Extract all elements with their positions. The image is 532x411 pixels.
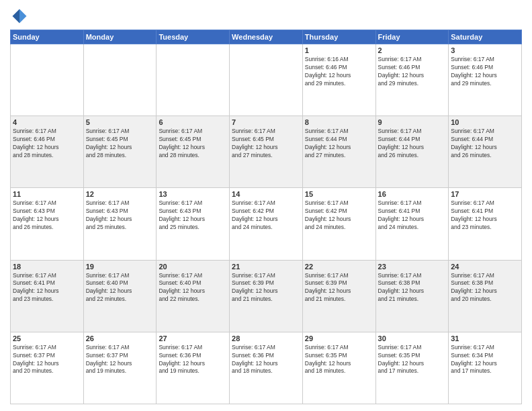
calendar-cell: 21Sunrise: 6:17 AM Sunset: 6:39 PM Dayli… bbox=[230, 260, 303, 332]
day-info: Sunrise: 6:17 AM Sunset: 6:43 PM Dayligh… bbox=[159, 199, 227, 232]
calendar-cell: 22Sunrise: 6:17 AM Sunset: 6:39 PM Dayli… bbox=[302, 260, 375, 332]
day-info: Sunrise: 6:17 AM Sunset: 6:39 PM Dayligh… bbox=[305, 272, 373, 304]
day-number: 15 bbox=[305, 190, 373, 198]
logo-icon bbox=[10, 7, 29, 26]
calendar-body: 1Sunrise: 6:16 AM Sunset: 6:46 PM Daylig… bbox=[11, 44, 522, 404]
day-info: Sunrise: 6:17 AM Sunset: 6:41 PM Dayligh… bbox=[451, 199, 519, 232]
calendar-header: SundayMondayTuesdayWednesdayThursdayFrid… bbox=[11, 30, 522, 44]
day-number: 22 bbox=[305, 263, 373, 271]
calendar-cell: 2Sunrise: 6:17 AM Sunset: 6:46 PM Daylig… bbox=[375, 44, 449, 116]
day-info: Sunrise: 6:17 AM Sunset: 6:44 PM Dayligh… bbox=[305, 128, 373, 160]
day-number: 7 bbox=[232, 118, 300, 126]
day-number: 11 bbox=[13, 190, 81, 198]
day-info: Sunrise: 6:17 AM Sunset: 6:40 PM Dayligh… bbox=[86, 272, 154, 304]
calendar-cell: 12Sunrise: 6:17 AM Sunset: 6:43 PM Dayli… bbox=[83, 188, 157, 260]
day-number: 5 bbox=[86, 118, 154, 126]
day-info: Sunrise: 6:17 AM Sunset: 6:41 PM Dayligh… bbox=[13, 272, 81, 304]
day-info: Sunrise: 6:17 AM Sunset: 6:40 PM Dayligh… bbox=[159, 272, 227, 304]
day-number: 12 bbox=[86, 190, 154, 198]
day-number: 4 bbox=[13, 118, 81, 126]
week-row-3: 18Sunrise: 6:17 AM Sunset: 6:41 PM Dayli… bbox=[11, 260, 522, 332]
day-info: Sunrise: 6:17 AM Sunset: 6:38 PM Dayligh… bbox=[378, 272, 447, 304]
day-info: Sunrise: 6:16 AM Sunset: 6:46 PM Dayligh… bbox=[305, 56, 373, 88]
day-info: Sunrise: 6:17 AM Sunset: 6:39 PM Dayligh… bbox=[232, 272, 300, 304]
day-number: 30 bbox=[378, 334, 447, 342]
calendar-cell: 19Sunrise: 6:17 AM Sunset: 6:40 PM Dayli… bbox=[83, 260, 157, 332]
calendar-cell: 26Sunrise: 6:17 AM Sunset: 6:37 PM Dayli… bbox=[83, 332, 157, 404]
svg-marker-1 bbox=[13, 9, 20, 24]
day-number: 25 bbox=[13, 334, 81, 342]
week-row-1: 4Sunrise: 6:17 AM Sunset: 6:46 PM Daylig… bbox=[11, 116, 522, 188]
day-number: 18 bbox=[13, 263, 81, 271]
calendar-cell: 30Sunrise: 6:17 AM Sunset: 6:35 PM Dayli… bbox=[375, 332, 449, 404]
day-number: 9 bbox=[378, 118, 447, 126]
calendar-cell: 5Sunrise: 6:17 AM Sunset: 6:45 PM Daylig… bbox=[83, 116, 157, 188]
day-info: Sunrise: 6:17 AM Sunset: 6:46 PM Dayligh… bbox=[13, 128, 81, 160]
calendar-cell: 14Sunrise: 6:17 AM Sunset: 6:42 PM Dayli… bbox=[230, 188, 303, 260]
day-info: Sunrise: 6:17 AM Sunset: 6:42 PM Dayligh… bbox=[305, 199, 373, 232]
day-info: Sunrise: 6:17 AM Sunset: 6:44 PM Dayligh… bbox=[378, 128, 447, 160]
header-tuesday: Tuesday bbox=[157, 30, 230, 44]
calendar-cell: 10Sunrise: 6:17 AM Sunset: 6:44 PM Dayli… bbox=[449, 116, 522, 188]
calendar-cell: 6Sunrise: 6:17 AM Sunset: 6:45 PM Daylig… bbox=[157, 116, 230, 188]
page: SundayMondayTuesdayWednesdayThursdayFrid… bbox=[0, 0, 532, 411]
calendar-cell bbox=[157, 44, 230, 116]
calendar-cell: 27Sunrise: 6:17 AM Sunset: 6:36 PM Dayli… bbox=[157, 332, 230, 404]
header-wednesday: Wednesday bbox=[230, 30, 303, 44]
day-number: 6 bbox=[159, 118, 227, 126]
day-info: Sunrise: 6:17 AM Sunset: 6:44 PM Dayligh… bbox=[451, 128, 519, 160]
day-info: Sunrise: 6:17 AM Sunset: 6:43 PM Dayligh… bbox=[86, 199, 154, 232]
day-number: 23 bbox=[378, 263, 447, 271]
header bbox=[10, 7, 522, 26]
calendar-cell: 31Sunrise: 6:17 AM Sunset: 6:34 PM Dayli… bbox=[449, 332, 522, 404]
day-info: Sunrise: 6:17 AM Sunset: 6:35 PM Dayligh… bbox=[305, 344, 373, 376]
calendar-cell: 17Sunrise: 6:17 AM Sunset: 6:41 PM Dayli… bbox=[449, 188, 522, 260]
calendar-cell bbox=[11, 44, 84, 116]
day-number: 1 bbox=[305, 46, 373, 54]
logo bbox=[10, 7, 32, 26]
day-info: Sunrise: 6:17 AM Sunset: 6:36 PM Dayligh… bbox=[159, 344, 227, 376]
day-number: 17 bbox=[451, 190, 519, 198]
day-info: Sunrise: 6:17 AM Sunset: 6:43 PM Dayligh… bbox=[13, 199, 81, 232]
header-monday: Monday bbox=[83, 30, 157, 44]
day-number: 10 bbox=[451, 118, 519, 126]
calendar-cell: 8Sunrise: 6:17 AM Sunset: 6:44 PM Daylig… bbox=[302, 116, 375, 188]
day-number: 3 bbox=[451, 46, 519, 54]
week-row-2: 11Sunrise: 6:17 AM Sunset: 6:43 PM Dayli… bbox=[11, 188, 522, 260]
day-number: 27 bbox=[159, 334, 227, 342]
calendar-cell: 23Sunrise: 6:17 AM Sunset: 6:38 PM Dayli… bbox=[375, 260, 449, 332]
day-info: Sunrise: 6:17 AM Sunset: 6:45 PM Dayligh… bbox=[232, 128, 300, 160]
calendar-cell: 7Sunrise: 6:17 AM Sunset: 6:45 PM Daylig… bbox=[230, 116, 303, 188]
calendar-cell: 16Sunrise: 6:17 AM Sunset: 6:41 PM Dayli… bbox=[375, 188, 449, 260]
day-number: 19 bbox=[86, 263, 154, 271]
calendar-cell: 24Sunrise: 6:17 AM Sunset: 6:38 PM Dayli… bbox=[449, 260, 522, 332]
day-number: 16 bbox=[378, 190, 447, 198]
calendar-cell bbox=[230, 44, 303, 116]
day-number: 20 bbox=[159, 263, 227, 271]
calendar-cell: 29Sunrise: 6:17 AM Sunset: 6:35 PM Dayli… bbox=[302, 332, 375, 404]
day-info: Sunrise: 6:17 AM Sunset: 6:34 PM Dayligh… bbox=[451, 344, 519, 376]
header-saturday: Saturday bbox=[449, 30, 522, 44]
week-row-0: 1Sunrise: 6:16 AM Sunset: 6:46 PM Daylig… bbox=[11, 44, 522, 116]
calendar-cell: 15Sunrise: 6:17 AM Sunset: 6:42 PM Dayli… bbox=[302, 188, 375, 260]
day-info: Sunrise: 6:17 AM Sunset: 6:45 PM Dayligh… bbox=[86, 128, 154, 160]
day-info: Sunrise: 6:17 AM Sunset: 6:41 PM Dayligh… bbox=[378, 199, 447, 232]
week-row-4: 25Sunrise: 6:17 AM Sunset: 6:37 PM Dayli… bbox=[11, 332, 522, 404]
calendar-cell: 9Sunrise: 6:17 AM Sunset: 6:44 PM Daylig… bbox=[375, 116, 449, 188]
day-number: 28 bbox=[232, 334, 300, 342]
calendar-cell: 3Sunrise: 6:17 AM Sunset: 6:46 PM Daylig… bbox=[449, 44, 522, 116]
calendar-cell: 11Sunrise: 6:17 AM Sunset: 6:43 PM Dayli… bbox=[11, 188, 84, 260]
day-number: 14 bbox=[232, 190, 300, 198]
day-number: 8 bbox=[305, 118, 373, 126]
calendar-table: SundayMondayTuesdayWednesdayThursdayFrid… bbox=[10, 30, 522, 404]
day-number: 24 bbox=[451, 263, 519, 271]
day-info: Sunrise: 6:17 AM Sunset: 6:36 PM Dayligh… bbox=[232, 344, 300, 376]
calendar-cell bbox=[83, 44, 157, 116]
header-row: SundayMondayTuesdayWednesdayThursdayFrid… bbox=[11, 30, 522, 44]
day-info: Sunrise: 6:17 AM Sunset: 6:46 PM Dayligh… bbox=[451, 56, 519, 88]
day-number: 21 bbox=[232, 263, 300, 271]
day-info: Sunrise: 6:17 AM Sunset: 6:42 PM Dayligh… bbox=[232, 199, 300, 232]
calendar-cell: 25Sunrise: 6:17 AM Sunset: 6:37 PM Dayli… bbox=[11, 332, 84, 404]
calendar-cell: 28Sunrise: 6:17 AM Sunset: 6:36 PM Dayli… bbox=[230, 332, 303, 404]
header-thursday: Thursday bbox=[302, 30, 375, 44]
